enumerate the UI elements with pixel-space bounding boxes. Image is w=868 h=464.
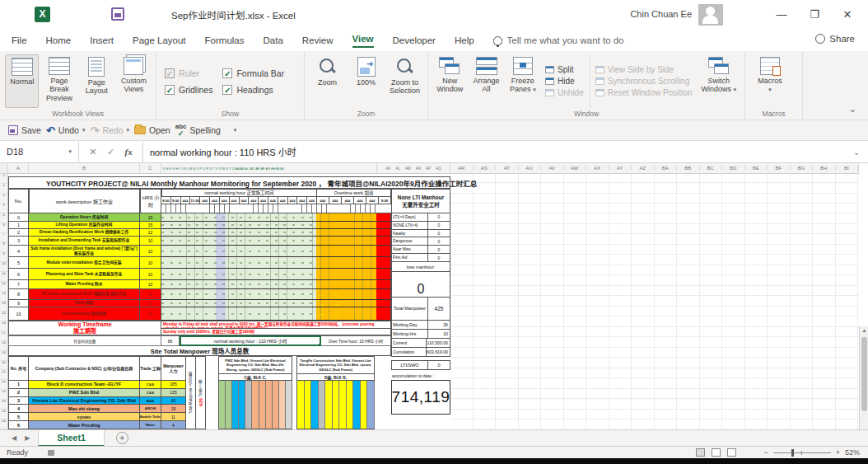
column-header-a[interactable]: A (8, 163, 29, 173)
accumulation-label[interactable]: accumulation to date : (391, 372, 450, 380)
group-header-blk-d[interactable]: TongFa Construction Sdn Bhd, Vincent Lit… (296, 356, 375, 374)
gridlines-checkbox[interactable]: ✓ Gridlines (165, 85, 212, 95)
header-company-trade[interactable]: Trade 工种 (140, 356, 161, 381)
normal-view-shortcut-icon[interactable] (696, 448, 705, 457)
formula-bar-checkbox[interactable]: ✓ Formula Bar (222, 68, 284, 78)
cumulation-row[interactable]: Cumulation603,619.00 (391, 348, 450, 357)
tab-view[interactable]: View (352, 34, 374, 48)
work-row-7[interactable]: 7Water Proofing 防水10 (8, 280, 391, 289)
zoom-slider-thumb[interactable] (791, 449, 794, 457)
lti-row-1[interactable]: LTI(>4 Days)0 (391, 213, 450, 222)
working-hrs-row[interactable]: Working Hrs10 (391, 330, 450, 339)
company-row-1[interactable]: 1Block D construction Team -GL/YFC&S185 (8, 381, 206, 389)
tell-me-box[interactable]: Tell me what you want to do (493, 35, 624, 45)
timeframe-notes[interactable]: Monday to Friday all task shall proceed … (161, 321, 391, 335)
work-row-10[interactable]: 10Housekeeping 现场清理10→ → (8, 307, 391, 321)
company-row-6[interactable]: 6Water ProofingWater4 (8, 421, 206, 429)
sheet-nav-right-icon[interactable]: ▶ (25, 434, 30, 442)
collapse-ribbon-icon[interactable]: ⌄ (849, 104, 856, 115)
vertical-scroll-thumb[interactable] (861, 337, 867, 411)
zoom-slider[interactable] (773, 452, 831, 453)
normal-time-cells[interactable]: 8:009:00###11:00########################… (161, 197, 317, 204)
loss-manhour-label[interactable]: loss manhour: (391, 262, 450, 272)
header-none-lti[interactable]: None LTI Manhour无意外安全工时 (391, 189, 450, 213)
zoom-100-button[interactable]: 100% (348, 54, 384, 108)
tab-data[interactable]: Data (264, 35, 283, 45)
undo-dropdown-icon[interactable]: ▾ (82, 127, 86, 134)
cell-overtime-hour[interactable]: Over Time hour: 10 HRS 小时 (321, 335, 391, 346)
lti-row-6[interactable]: First Aid0 (391, 254, 450, 262)
work-row-3[interactable]: 3Installation and Dismantling Task 安装和拆卸… (8, 237, 391, 246)
qat-open-button[interactable]: Open (134, 125, 170, 135)
macros-button[interactable]: Macros▾ (750, 54, 790, 108)
enter-icon[interactable]: ✓ (107, 147, 114, 157)
column-headers-narrow[interactable]: D E F G H I J K L M N O P Q R S T U V W … (161, 163, 377, 173)
work-row-1[interactable]: 1Lifting Operation 吊装作业时间15 (8, 222, 391, 229)
page-layout-view-button[interactable]: Page Layout (80, 54, 114, 108)
header-hrs[interactable]: HRS 小时 (140, 189, 161, 213)
column-headers[interactable]: A B C D E F G H I J K L M N O P Q R S T … (0, 163, 859, 174)
scroll-up-icon[interactable]: ▲ (860, 326, 868, 335)
sheet-nav-left-icon[interactable]: ◀ (12, 434, 16, 442)
qat-customize-icon[interactable]: ▾ (234, 127, 237, 134)
header-company-manpower[interactable]: Manpower 人力 (161, 356, 186, 381)
restore-button[interactable]: ❐ (802, 7, 827, 23)
vertical-scrollbar[interactable]: ▲ ▼ (859, 326, 868, 429)
formula-bar-expand-icon[interactable]: ⌄ (845, 141, 868, 162)
lti-swo-cell[interactable]: LTI/SWO0 (391, 360, 450, 370)
company-row-2[interactable]: 2PWZ Sdn BhdC&S135 (8, 389, 206, 397)
hide-button[interactable]: Hide (545, 77, 584, 86)
tab-formulas[interactable]: Formulas (205, 35, 245, 45)
headings-checkbox[interactable]: ✓ Headings (222, 85, 284, 95)
work-row-0[interactable]: 0Operation Hours 作业时间15 (8, 213, 391, 222)
lti-row-5[interactable]: Near Miss0 (391, 246, 450, 254)
accumulation-value[interactable]: 714,119 (391, 380, 450, 415)
work-row-6[interactable]: 6Plastering and Skim Task 水泥和批灰作业10 (8, 269, 391, 280)
zoom-in-icon[interactable]: + (836, 448, 840, 457)
page-layout-shortcut-icon[interactable] (712, 448, 721, 457)
qat-save-button[interactable]: Save (8, 125, 41, 135)
new-sheet-button[interactable]: + (116, 432, 128, 444)
page-break-preview-button[interactable]: Page Break Preview (42, 54, 76, 108)
tab-page-layout[interactable]: Page Layout (133, 35, 186, 45)
header-no[interactable]: No. (8, 189, 29, 213)
work-row-4[interactable]: 4Sub frame installation (Door frame and … (8, 246, 391, 257)
header-normal-hours[interactable]: normal working hour 正常施工时间 (161, 189, 317, 197)
column-header-b[interactable]: B (29, 163, 140, 173)
cell-working-hours-label[interactable]: 作业时间总数 (8, 335, 161, 346)
name-box[interactable]: D18 ▾ (0, 141, 79, 162)
work-row-2[interactable]: 2Driven Hacking Rectification Work 凿除修补工… (8, 229, 391, 237)
site-total-manpower-cell[interactable]: Site Total Manpower 现场人员总数 (8, 346, 391, 356)
zoom-out-icon[interactable]: − (763, 448, 768, 457)
header-company-no[interactable]: No. 序号 (8, 356, 29, 381)
zoom-button[interactable]: Zoom (310, 54, 345, 108)
work-row-5[interactable]: 5Module toilet installation 组合卫生间安装10 (8, 257, 391, 269)
tab-insert[interactable]: Insert (90, 35, 114, 45)
work-row-8[interactable]: 8RC Rebar Installation Work 钢筋安装 绑扎作业10→… (8, 289, 391, 300)
header-overtime[interactable]: Overtime work 加班 (317, 189, 391, 197)
cell-c18[interactable]: 86 (161, 335, 180, 346)
new-window-button[interactable]: New Window (433, 54, 466, 108)
share-button[interactable]: Share (815, 34, 855, 44)
name-box-dropdown-icon[interactable]: ▾ (68, 148, 72, 155)
company-row-4[interactable]: 4Mao zhi shengARCHI29 (8, 405, 206, 413)
tab-help[interactable]: Help (455, 35, 474, 45)
macro-record-icon[interactable] (48, 450, 54, 456)
lti-row-4[interactable]: Dangerous0 (391, 237, 450, 246)
zoom-percentage[interactable]: 52% (845, 448, 860, 457)
empty-cells[interactable] (450, 174, 859, 429)
select-all-corner[interactable] (0, 163, 8, 173)
formula-input[interactable]: normal working hour : 110 HRS 小时 (143, 141, 845, 162)
overtime-time-cells[interactable]: ###############9:00 (317, 197, 391, 204)
tab-developer[interactable]: Developer (393, 35, 436, 45)
lti-row-3[interactable]: Fatality0 (391, 230, 450, 238)
header-work-description[interactable]: work description 施工作业 (29, 189, 140, 213)
tab-sheet1[interactable]: Sheet1 (38, 430, 104, 447)
row-headers[interactable]: 1234567891011121314151617181920212223242… (0, 174, 8, 429)
tab-file[interactable]: File (12, 35, 27, 45)
group-sub-blk-c[interactable]: C座, BLK C, (218, 374, 292, 381)
minimize-button[interactable]: — (769, 7, 794, 23)
tab-review[interactable]: Review (302, 35, 334, 45)
report-title-cell[interactable]: YOUTHCITY PROJECT@ NILAI Monthly Manhour… (8, 176, 450, 189)
page-break-shortcut-icon[interactable] (727, 448, 736, 457)
